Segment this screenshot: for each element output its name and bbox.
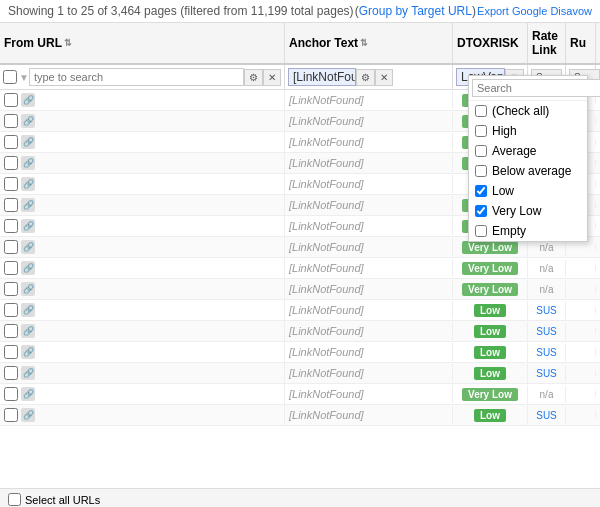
table-row: 🔗 [LinkNotFound] Very Low n/a <box>0 384 600 405</box>
row-checkbox[interactable] <box>4 198 18 212</box>
rate-value: n/a <box>540 284 554 295</box>
dtox-badge: Very Low <box>462 241 518 254</box>
row-icon: 🔗 <box>21 114 35 128</box>
row-icon: 🔗 <box>21 282 35 296</box>
row-icon: 🔗 <box>21 261 35 275</box>
col-header-ru[interactable]: Ru <box>566 23 596 63</box>
anchor-text: [LinkNotFound] <box>289 325 364 337</box>
row-checkbox[interactable] <box>4 261 18 275</box>
row-checkbox[interactable] <box>4 345 18 359</box>
cell-from: 🔗 <box>0 132 285 152</box>
anchor-text: [LinkNotFound] <box>289 367 364 379</box>
empty-checkbox[interactable] <box>475 225 487 237</box>
cell-from: 🔗 <box>0 153 285 173</box>
cell-from: 🔗 <box>0 384 285 404</box>
cell-dtox: Very Low <box>453 259 528 278</box>
from-filter-btn[interactable]: ⚙ <box>244 69 263 86</box>
row-checkbox[interactable] <box>4 324 18 338</box>
row-checkbox[interactable] <box>4 408 18 422</box>
row-icon: 🔗 <box>21 240 35 254</box>
low-checkbox[interactable] <box>475 185 487 197</box>
low-label: Low <box>492 184 514 198</box>
row-checkbox[interactable] <box>4 387 18 401</box>
cell-anchor: [LinkNotFound] <box>285 259 453 277</box>
from-clear-btn[interactable]: ✕ <box>263 69 281 86</box>
cell-from: 🔗 <box>0 300 285 320</box>
rate-value: SUS <box>536 410 557 421</box>
below-average-label: Below average <box>492 164 571 178</box>
table-row: 🔗 [LinkNotFound] Very Low n/a <box>0 279 600 300</box>
cell-from: 🔗 <box>0 405 285 425</box>
col-anchor-label: Anchor Text <box>289 36 358 50</box>
cell-rate: SUS <box>528 323 566 340</box>
dtox-badge: Low <box>474 325 506 338</box>
row-icon: 🔗 <box>21 408 35 422</box>
cell-ru <box>566 349 596 355</box>
row-icon: 🔗 <box>21 345 35 359</box>
dropdown-search-input[interactable] <box>472 79 600 97</box>
cell-from: 🔗 <box>0 258 285 278</box>
row-checkbox[interactable] <box>4 177 18 191</box>
row-checkbox[interactable] <box>4 282 18 296</box>
dtox-filter-dropdown: 🔍 (Check all) High Average Below average… <box>468 75 588 242</box>
row-icon: 🔗 <box>21 303 35 317</box>
cell-from: 🔗 <box>0 174 285 194</box>
row-icon: 🔗 <box>21 177 35 191</box>
select-all-checkbox[interactable] <box>8 493 21 506</box>
dropdown-item-high[interactable]: High <box>469 121 587 141</box>
group-by-link[interactable]: Group by Target URL <box>359 4 472 18</box>
anchor-text: [LinkNotFound] <box>289 346 364 358</box>
from-search-input[interactable] <box>29 68 244 86</box>
very-low-checkbox[interactable] <box>475 205 487 217</box>
anchor-text: [LinkNotFound] <box>289 304 364 316</box>
col-header-rate[interactable]: Rate Link <box>528 23 566 63</box>
dropdown-item-average[interactable]: Average <box>469 141 587 161</box>
anchor-text: [LinkNotFound] <box>289 115 364 127</box>
row-icon: 🔗 <box>21 135 35 149</box>
row-checkbox[interactable] <box>4 303 18 317</box>
row-icon: 🔗 <box>21 198 35 212</box>
dropdown-item-check-all[interactable]: (Check all) <box>469 101 587 121</box>
below-average-checkbox[interactable] <box>475 165 487 177</box>
anchor-clear-btn[interactable]: ✕ <box>375 69 393 86</box>
row-checkbox[interactable] <box>4 366 18 380</box>
cell-rate: SUS <box>528 302 566 319</box>
average-checkbox[interactable] <box>475 145 487 157</box>
col-header-anchor[interactable]: Anchor Text ⇅ <box>285 23 453 63</box>
table-row: 🔗 [LinkNotFound] Low SUS <box>0 300 600 321</box>
anchor-filter-btn[interactable]: ⚙ <box>356 69 375 86</box>
dropdown-item-very-low[interactable]: Very Low <box>469 201 587 221</box>
row-checkbox[interactable] <box>4 135 18 149</box>
col-header-from[interactable]: From URL ⇅ <box>0 23 285 63</box>
row-checkbox[interactable] <box>4 114 18 128</box>
anchor-filter-tag[interactable]: [LinkNotFound] <box>288 68 356 86</box>
dtox-badge: Low <box>474 346 506 359</box>
cell-ru <box>566 391 596 397</box>
cell-anchor: [LinkNotFound] <box>285 217 453 235</box>
rate-value: SUS <box>536 368 557 379</box>
export-link[interactable]: Export Google Disavow <box>477 5 592 17</box>
row-icon: 🔗 <box>21 219 35 233</box>
cell-anchor: [LinkNotFound] <box>285 91 453 109</box>
high-checkbox[interactable] <box>475 125 487 137</box>
check-all-label: (Check all) <box>492 104 549 118</box>
row-checkbox[interactable] <box>4 219 18 233</box>
row-checkbox[interactable] <box>4 240 18 254</box>
filter-from-cell: ▼ ⚙ ✕ <box>0 65 285 89</box>
cell-from: 🔗 <box>0 216 285 236</box>
row-checkbox[interactable] <box>4 93 18 107</box>
check-all-checkbox[interactable] <box>475 105 487 117</box>
dropdown-item-empty[interactable]: Empty <box>469 221 587 241</box>
filter-from-checkbox[interactable] <box>3 70 17 84</box>
cell-dtox: Low <box>453 364 528 383</box>
row-icon: 🔗 <box>21 387 35 401</box>
table-row: 🔗 [LinkNotFound] Low SUS <box>0 405 600 426</box>
row-checkbox[interactable] <box>4 156 18 170</box>
col-header-dtox[interactable]: DTOXRISK <box>453 23 528 63</box>
dropdown-item-low[interactable]: Low <box>469 181 587 201</box>
row-icon: 🔗 <box>21 366 35 380</box>
rate-value: n/a <box>540 242 554 253</box>
row-icon: 🔗 <box>21 156 35 170</box>
cell-rate: n/a <box>528 281 566 298</box>
dropdown-item-below-average[interactable]: Below average <box>469 161 587 181</box>
